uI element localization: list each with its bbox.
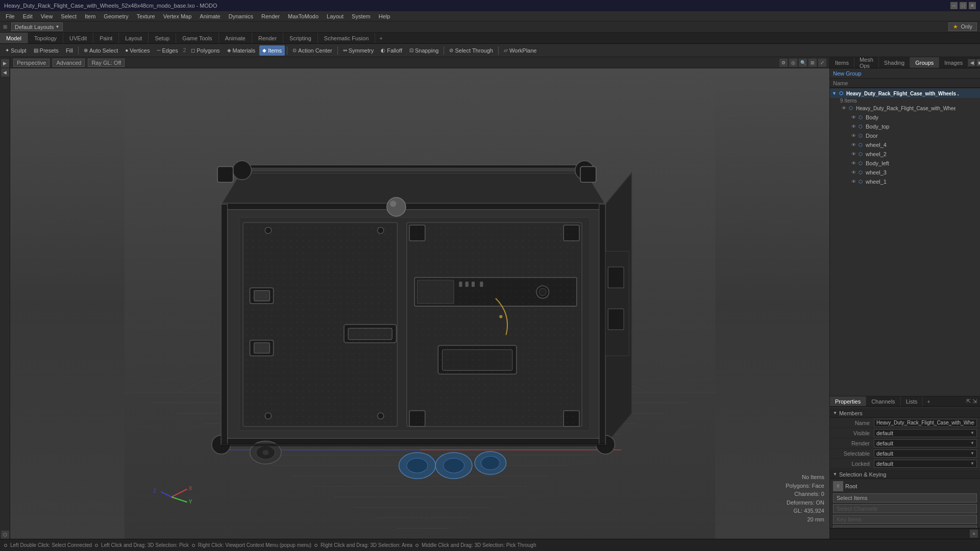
tab-images[interactable]: Images (939, 57, 968, 68)
tab-layout[interactable]: Layout (119, 33, 149, 43)
default-layouts-btn[interactable]: Default Layouts ▼ (11, 22, 63, 31)
visible-icon-wheel2[interactable]: 👁 (851, 152, 856, 157)
selectable-dropdown[interactable]: default ▼ (874, 449, 977, 458)
menu-layout[interactable]: Layout (323, 13, 347, 20)
menu-render[interactable]: Render (258, 13, 283, 20)
select-through-btn[interactable]: ⊘ Select Through (446, 45, 496, 56)
tab-schematic[interactable]: Schematic Fusion (318, 33, 375, 43)
workplane-btn[interactable]: ▱ WorkPlane (501, 45, 540, 56)
vp-settings-icon[interactable]: ⚙ (779, 59, 788, 67)
raygl-btn[interactable]: Ray GL: Off (88, 59, 125, 67)
sculpt-btn[interactable]: ✦ Sculpt (2, 45, 30, 56)
tab-shading[interactable]: Shading (879, 57, 910, 68)
tab-uvedit[interactable]: UVEdit (63, 33, 93, 43)
menu-help[interactable]: Help (375, 13, 394, 20)
only-btn[interactable]: ★ Only (948, 22, 977, 31)
action-center-btn[interactable]: ⊙ Action Center (289, 45, 335, 56)
expand-panel-btn[interactable]: » (970, 530, 978, 538)
menu-system[interactable]: System (348, 13, 374, 20)
menu-file[interactable]: File (2, 13, 18, 20)
left-tool-bottom[interactable]: ⬡ (1, 531, 9, 539)
perspective-btn[interactable]: Perspective (13, 59, 50, 67)
vertices-btn[interactable]: ● Vertices (122, 45, 153, 56)
visible-icon-main[interactable]: 👁 (842, 106, 846, 111)
render-dropdown[interactable]: default ▼ (874, 439, 977, 447)
props-add-btn[interactable]: + (924, 397, 933, 406)
tree-item-wheel2[interactable]: 👁 ⬡ wheel_2 (830, 149, 980, 159)
visible-dropdown[interactable]: default ▼ (874, 429, 977, 437)
tab-items[interactable]: Items (830, 57, 854, 68)
menu-geometry[interactable]: Geometry (100, 13, 132, 20)
menu-item[interactable]: Item (81, 13, 99, 20)
menu-select[interactable]: Select (57, 13, 80, 20)
materials-btn[interactable]: ◈ Materials (224, 45, 259, 56)
items-btn[interactable]: ◆ Items (259, 45, 285, 56)
tab-groups[interactable]: Groups (910, 57, 939, 68)
menu-maxtomodo[interactable]: MaxToModo (284, 13, 322, 20)
presets-btn[interactable]: ▤ Presets (31, 45, 62, 56)
visible-icon-bodyleft[interactable]: 👁 (851, 161, 856, 166)
menu-animate[interactable]: Animate (196, 13, 224, 20)
menu-vertexmap[interactable]: Vertex Map (160, 13, 195, 20)
tree-item-wheel3[interactable]: 👁 ⬡ wheel_3 (830, 168, 980, 177)
vp-expand-icon[interactable]: ⤢ (818, 59, 826, 67)
visible-icon-bodytop[interactable]: 👁 (851, 124, 856, 129)
close-btn[interactable]: ✕ (969, 2, 976, 9)
tree-item-body[interactable]: 👁 ⬡ Body (830, 113, 980, 122)
key-items-btn[interactable]: Key Items (833, 515, 977, 524)
visible-icon-wheel3[interactable]: 👁 (851, 170, 856, 175)
visible-icon-wheel4[interactable]: 👁 (851, 142, 856, 147)
select-channels-btn[interactable]: Select Channels (833, 504, 977, 513)
visible-icon-wheel1[interactable]: 👁 (851, 179, 856, 184)
new-group-btn[interactable]: New Group (833, 70, 862, 77)
vp-search-icon[interactable]: 🔍 (799, 59, 807, 67)
menu-view[interactable]: View (37, 13, 57, 20)
menu-texture[interactable]: Texture (133, 13, 159, 20)
maximize-btn[interactable]: □ (960, 2, 967, 9)
fill-btn[interactable]: Fill (63, 45, 76, 56)
advanced-btn[interactable]: Advanced (53, 59, 85, 67)
snapping-btn[interactable]: ⊡ Snapping (406, 45, 442, 56)
edges-btn[interactable]: ─ Edges (154, 45, 181, 56)
locked-dropdown[interactable]: default ▼ (874, 460, 977, 468)
tab-topology[interactable]: Topology (28, 33, 63, 43)
tab-render[interactable]: Render (252, 33, 283, 43)
vp-camera-icon[interactable]: ◎ (789, 59, 797, 67)
auto-select-btn[interactable]: ⊕ Auto Select (81, 45, 121, 56)
props-tab-channels[interactable]: Channels (866, 396, 900, 406)
group-item-root[interactable]: ▼ ⬡ Heavy_Duty_Rack_Flight_Case_with_Whe… (830, 89, 980, 98)
tab-gametools[interactable]: Game Tools (176, 33, 219, 43)
panel-action-2[interactable]: ▶ (976, 59, 980, 66)
tree-item-bodytop[interactable]: 👁 ⬡ Body_top (830, 122, 980, 131)
tree-item-wheel4[interactable]: 👁 ⬡ wheel_4 (830, 140, 980, 149)
tab-model[interactable]: Model (0, 33, 28, 43)
viewport[interactable]: Perspective Advanced Ray GL: Off ⚙ ◎ 🔍 ⊞… (10, 57, 829, 539)
minimize-btn[interactable]: ─ (950, 2, 958, 9)
left-tool-2[interactable]: ◀ (1, 68, 9, 77)
menu-edit[interactable]: Edit (19, 13, 36, 20)
tree-item-bodyleft[interactable]: 👁 ⬡ Body_left (830, 159, 980, 168)
name-prop-input[interactable] (874, 419, 977, 427)
select-items-btn[interactable]: Select Items (833, 493, 977, 503)
vp-frame-icon[interactable]: ⊞ (808, 59, 817, 67)
tree-item-wheel1[interactable]: 👁 ⬡ wheel_1 (830, 177, 980, 186)
title-controls[interactable]: ─ □ ✕ (950, 2, 976, 9)
polygons-btn[interactable]: ◻ Polygons (188, 45, 223, 56)
props-tab-properties[interactable]: Properties (830, 396, 866, 406)
tab-animate[interactable]: Animate (219, 33, 252, 43)
props-collapse-btn[interactable]: ⇱ ⇲ (966, 398, 980, 405)
members-header[interactable]: ▼ Members (830, 409, 980, 418)
left-tool-1[interactable]: ▶ (1, 59, 9, 67)
menu-dynamics[interactable]: Dynamics (225, 13, 257, 20)
symmetry-btn[interactable]: ⇔ Symmetry (340, 45, 377, 56)
falloff-btn[interactable]: ◐ Falloff (378, 45, 405, 56)
tree-item-door[interactable]: 👁 ⬡ Door (830, 131, 980, 140)
tab-paint[interactable]: Paint (93, 33, 119, 43)
panel-action-1[interactable]: ◀ (968, 59, 975, 66)
add-tab-btn[interactable]: + (375, 34, 386, 42)
keying-header[interactable]: ▼ Selection & Keying (830, 470, 980, 479)
viewport-3d[interactable]: X Y Z No Items Polygons: Face Channels: … (10, 68, 829, 539)
tab-scripting[interactable]: Scripting (283, 33, 318, 43)
tree-item-main[interactable]: 👁 ⬡ Heavy_Duty_Rack_Flight_Case_with_Whe… (830, 104, 980, 113)
visible-icon-body[interactable]: 👁 (851, 115, 856, 120)
